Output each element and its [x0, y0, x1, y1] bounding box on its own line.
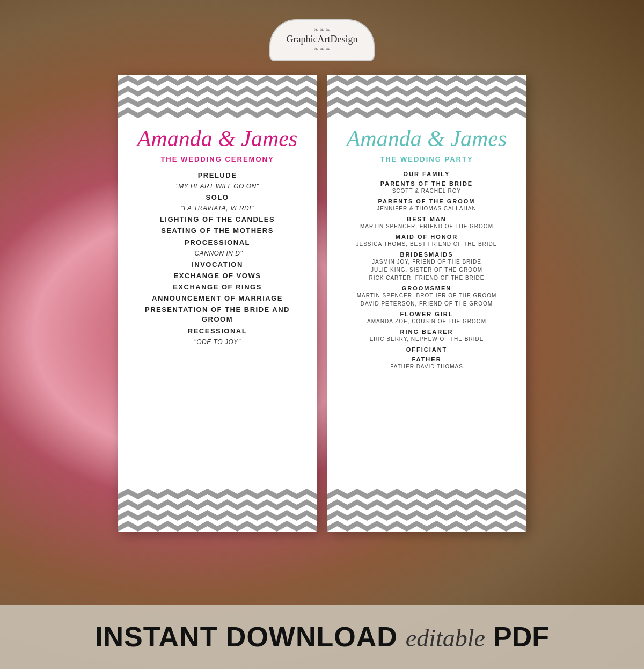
ceremony-item: SEATING OF THE MOTHERS: [134, 226, 301, 236]
ceremony-item: EXCHANGE OF VOWS: [134, 271, 301, 281]
ceremony-names: Amanda & James: [134, 126, 301, 151]
party-item: MARTIN SPENCER, BROTHER OF THE GROOM: [343, 292, 510, 300]
ceremony-item: "LA TRAVIATA, VERDI": [134, 204, 301, 213]
party-item: SCOTT & RACHEL ROY: [343, 187, 510, 195]
ceremony-item: LIGHTING OF THE CANDLES: [134, 215, 301, 224]
party-label: PARENTS OF THE GROOM: [343, 198, 510, 205]
party-item: JESSICA THOMS, BEST FRIEND OF THE BRIDE: [343, 241, 510, 248]
footer-pdf-text: PDF: [493, 621, 549, 653]
party-label: GROOMSMEN: [343, 285, 510, 292]
ceremony-items-list: PRELUDE "MY HEART WILL GO ON" SOLO "LA T…: [134, 171, 301, 346]
party-item: ERIC BERRY, NEPHEW OF THE BRIDE: [343, 336, 510, 343]
party-item: AMANDA ZOE, COUSIN OF THE GROOM: [343, 318, 510, 325]
party-label: PARENTS OF THE BRIDE: [343, 180, 510, 187]
party-item: FATHER DAVID THOMAS: [343, 363, 510, 370]
ceremony-item: PRELUDE: [134, 171, 301, 180]
party-item: RICK CARTER, FRIEND OF THE BRIDE: [343, 274, 510, 282]
chevron-bottom-left: [118, 489, 317, 532]
party-items-list: OUR FAMILY PARENTS OF THE BRIDE SCOTT & …: [343, 171, 510, 370]
chevron-bottom-right: [327, 489, 526, 532]
party-item: JASMIN JOY, FRIEND OF THE BRIDE: [343, 258, 510, 266]
party-item: JENNIFER & THOMAS CALLAHAN: [343, 205, 510, 213]
ceremony-card: Amanda & James THE WEDDING CEREMONY PREL…: [118, 75, 317, 532]
party-label: FLOWER GIRL: [343, 311, 510, 317]
party-label: FATHER: [343, 356, 510, 362]
ceremony-item: SOLO: [134, 193, 301, 202]
party-card-body: Amanda & James THE WEDDING PARTY OUR FAM…: [327, 118, 526, 489]
ceremony-item: PRESENTATION OF THE BRIDE AND GROOM: [134, 305, 301, 324]
party-item: DAVID PETERSON, FRIEND OF THE GROOM: [343, 300, 510, 308]
footer-bar: INSTANT DOWNLOAD editable PDF: [0, 605, 644, 669]
ceremony-item: RECESSIONAL: [134, 326, 301, 336]
party-label: BRIDESMAIDS: [343, 251, 510, 258]
top-header: GraphicArtDesign: [0, 0, 644, 81]
party-label: RING BEARER: [343, 329, 510, 335]
footer-bold-text: INSTANT DOWNLOAD: [95, 621, 398, 653]
watermark-text: GraphicArtDesign: [287, 34, 358, 45]
party-section-header: THE WEDDING PARTY: [343, 155, 510, 163]
party-card: Amanda & James THE WEDDING PARTY OUR FAM…: [327, 75, 526, 532]
ceremony-item: INVOCATION: [134, 260, 301, 270]
watermark-badge: GraphicArtDesign: [269, 19, 375, 61]
ceremony-item: PROCESSIONAL: [134, 238, 301, 248]
party-label: MAID OF HONOR: [343, 234, 510, 240]
party-item: MARTIN SPENCER, FRIEND OF THE GROOM: [343, 223, 510, 230]
party-label: BEST MAN: [343, 216, 510, 222]
footer-italic-text: editable: [406, 624, 485, 652]
ceremony-section-header: THE WEDDING CEREMONY: [134, 155, 301, 163]
chevron-top-right: [327, 75, 526, 118]
party-item: JULIE KING, SISTER OF THE GROOM: [343, 266, 510, 274]
ceremony-card-body: Amanda & James THE WEDDING CEREMONY PREL…: [118, 118, 317, 489]
ceremony-item: "ODE TO JOY": [134, 338, 301, 347]
cards-container: Amanda & James THE WEDDING CEREMONY PREL…: [0, 75, 644, 532]
party-label: OUR FAMILY: [343, 171, 510, 177]
chevron-top-left: [118, 75, 317, 118]
ceremony-item: ANNOUNCEMENT OF MARRIAGE: [134, 294, 301, 303]
ceremony-item: "CANNON IN D": [134, 249, 301, 258]
party-label: OFFICIANT: [343, 346, 510, 353]
party-names: Amanda & James: [343, 126, 510, 151]
footer-text: INSTANT DOWNLOAD editable PDF: [95, 621, 549, 653]
ceremony-item: "MY HEART WILL GO ON": [134, 182, 301, 191]
ceremony-item: EXCHANGE OF RINGS: [134, 282, 301, 292]
